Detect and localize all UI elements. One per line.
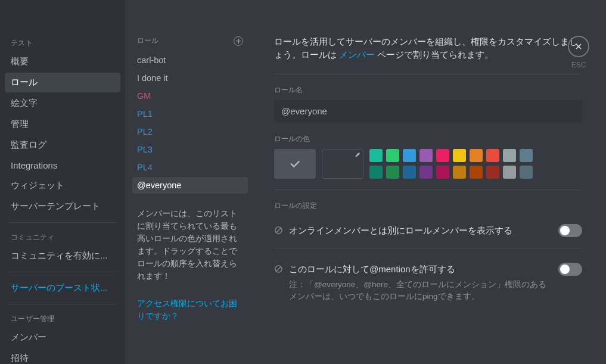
- intro-text: ロールを活用してサーバーのメンバーを組織し、権限をカスタマイズしましょう。ロール…: [274, 36, 582, 62]
- color-swatch[interactable]: [503, 166, 516, 179]
- setting-allow-mention-label: このロールに対して@mentionを許可する: [289, 263, 552, 276]
- sidebar-item[interactable]: サーバーテンプレート: [5, 197, 120, 216]
- color-swatch[interactable]: [520, 166, 533, 179]
- default-color-swatch[interactable]: [274, 149, 316, 179]
- sidebar-item[interactable]: ウィジェット: [5, 176, 120, 195]
- settings-sidebar: テスト 概要ロール絵文字管理監査ログIntegrationsウィジェットサーバー…: [0, 0, 125, 364]
- color-swatch[interactable]: [453, 166, 466, 179]
- esc-label: ESC: [568, 61, 589, 69]
- roles-help-note: メンバーには、このリストに割り当てられている最も高いロールの色が適用されます。ド…: [137, 208, 243, 283]
- divider: [274, 74, 582, 74]
- deny-icon: [274, 265, 283, 273]
- close-button[interactable]: [568, 36, 589, 57]
- color-swatch[interactable]: [386, 166, 399, 179]
- sidebar-heading-user: ユーザー管理: [5, 312, 120, 326]
- permissions-help-link[interactable]: アクセス権限についてお困りですか？: [137, 297, 243, 322]
- color-swatch[interactable]: [503, 149, 516, 162]
- sidebar-item[interactable]: 管理: [5, 114, 120, 134]
- role-item[interactable]: PL1: [132, 105, 248, 122]
- sidebar-item[interactable]: Integrations: [5, 156, 120, 175]
- setting-display-separately-toggle[interactable]: [558, 224, 582, 237]
- color-swatch[interactable]: [470, 149, 483, 162]
- role-item[interactable]: PL3: [132, 141, 248, 158]
- sidebar-item[interactable]: メンバー: [5, 328, 120, 347]
- role-item[interactable]: I done it: [132, 70, 248, 86]
- members-link[interactable]: メンバー: [339, 50, 375, 60]
- svg-line-1: [276, 228, 281, 232]
- divider: [8, 304, 117, 304]
- color-swatch[interactable]: [486, 166, 499, 179]
- role-settings-main: ロールを活用してサーバーのメンバーを組織し、権限をカスタマイズしましょう。ロール…: [255, 0, 606, 364]
- color-palette: [369, 149, 533, 179]
- deny-icon: [274, 226, 283, 235]
- role-item[interactable]: @everyone: [132, 177, 248, 194]
- role-settings-heading: ロールの設定: [274, 201, 582, 211]
- sidebar-heading-community: コミュニティ: [5, 230, 120, 245]
- sidebar-heading-server: テスト: [5, 36, 120, 51]
- role-item[interactable]: PL4: [132, 159, 248, 176]
- color-swatch[interactable]: [403, 149, 416, 162]
- sidebar-item[interactable]: 絵文字: [5, 94, 120, 113]
- divider: [274, 189, 582, 190]
- sidebar-item[interactable]: 監査ログ: [5, 135, 120, 155]
- sidebar-item[interactable]: 概要: [5, 52, 120, 71]
- roles-list-panel: ロール carl-botI done itGMPL1PL2PL3PL4@ever…: [125, 0, 255, 364]
- role-color-label: ロールの色: [274, 134, 582, 144]
- color-swatch[interactable]: [520, 149, 533, 162]
- color-swatch[interactable]: [453, 149, 466, 162]
- custom-color-swatch[interactable]: [322, 149, 363, 179]
- setting-display-separately-label: オンラインメンバーとは別にロールメンバーを表示する: [289, 224, 552, 238]
- setting-allow-mention-toggle[interactable]: [558, 263, 582, 276]
- sidebar-item[interactable]: サーバーのブースト状...: [5, 278, 120, 298]
- role-name-input[interactable]: [274, 100, 582, 122]
- sidebar-item[interactable]: コミュニティを有効に...: [5, 246, 120, 266]
- add-role-icon[interactable]: [234, 36, 243, 46]
- divider: [274, 248, 582, 248]
- sidebar-item[interactable]: ロール: [5, 73, 120, 92]
- sidebar-item[interactable]: 招待: [5, 349, 120, 364]
- check-icon: [288, 157, 302, 170]
- close-block: ESC: [568, 36, 589, 69]
- color-swatch[interactable]: [419, 166, 433, 179]
- role-name-label: ロール名: [274, 85, 582, 95]
- color-swatch[interactable]: [436, 149, 449, 162]
- svg-line-3: [276, 267, 281, 272]
- color-swatch[interactable]: [470, 166, 483, 179]
- color-swatch[interactable]: [386, 149, 399, 162]
- color-swatch[interactable]: [369, 166, 383, 179]
- role-item[interactable]: PL2: [132, 123, 248, 140]
- role-item[interactable]: carl-bot: [132, 52, 248, 69]
- roles-heading: ロール: [137, 36, 159, 46]
- color-swatch[interactable]: [436, 166, 449, 179]
- intro-after: ページで割り当てられます。: [375, 50, 493, 60]
- color-swatch[interactable]: [419, 149, 433, 162]
- eyedropper-icon: [355, 152, 361, 158]
- divider: [8, 222, 117, 223]
- color-swatch[interactable]: [486, 149, 499, 162]
- color-swatch[interactable]: [369, 149, 383, 162]
- role-item[interactable]: GM: [132, 88, 248, 104]
- color-swatch[interactable]: [403, 166, 416, 179]
- close-icon: [574, 42, 583, 51]
- setting-allow-mention-note: 注：「@everyone、@here、全てのロールにメンション」権限のあるメンバ…: [289, 279, 552, 303]
- divider: [8, 272, 117, 272]
